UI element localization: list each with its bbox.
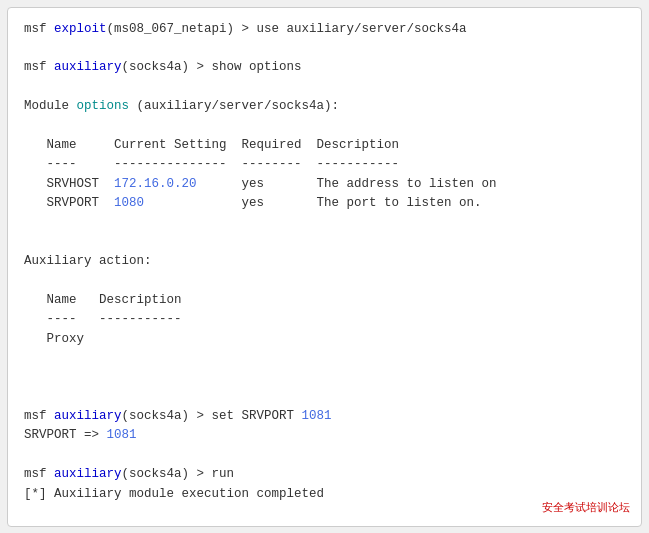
terminal-line: msf exploit(ms08_067_netapi) > use auxil… xyxy=(24,20,625,39)
terminal-line: SRVHOST 172.16.0.20 yes The address to l… xyxy=(24,175,625,194)
terminal-window: msf exploit(ms08_067_netapi) > use auxil… xyxy=(7,7,642,527)
terminal-text-segment: 1081 xyxy=(107,428,137,442)
terminal-text-segment: 172.16.0.20 xyxy=(114,177,197,191)
terminal-text-segment: auxiliary xyxy=(54,60,122,74)
terminal-text-segment: 1081 xyxy=(302,409,332,423)
terminal-text-segment: (socks4a) > show options xyxy=(122,60,302,74)
terminal-line: Proxy xyxy=(24,330,625,349)
terminal-text-segment: yes The port to listen on. xyxy=(144,196,482,210)
terminal-line: [*] Starting the socks4a proxy server xyxy=(24,523,625,526)
terminal-line-empty xyxy=(24,504,625,523)
terminal-line-empty xyxy=(24,116,625,135)
terminal-text-segment: auxiliary xyxy=(54,409,122,423)
terminal-text-segment: 1080 xyxy=(114,196,144,210)
terminal-line: msf auxiliary(socks4a) > show options xyxy=(24,58,625,77)
terminal-line-empty xyxy=(24,213,625,232)
terminal-line: ---- ----------- xyxy=(24,310,625,329)
terminal-line: SRVPORT 1080 yes The port to listen on. xyxy=(24,194,625,213)
terminal-text-segment: SRVPORT xyxy=(24,196,114,210)
terminal-line-empty xyxy=(24,349,625,368)
terminal-content: msf exploit(ms08_067_netapi) > use auxil… xyxy=(24,20,625,527)
terminal-line: msf auxiliary(socks4a) > run xyxy=(24,465,625,484)
terminal-line: Name Description xyxy=(24,291,625,310)
terminal-text-segment: (ms08_067_netapi) > use auxiliary/server… xyxy=(107,22,467,36)
terminal-text-segment: options xyxy=(77,99,130,113)
terminal-line-empty xyxy=(24,388,625,407)
terminal-line-empty xyxy=(24,368,625,387)
terminal-line: Name Current Setting Required Descriptio… xyxy=(24,136,625,155)
terminal-text-segment: Module xyxy=(24,99,77,113)
terminal-line-empty xyxy=(24,78,625,97)
terminal-text-segment: msf xyxy=(24,60,54,74)
terminal-line-empty xyxy=(24,446,625,465)
terminal-text-segment: (socks4a) > run xyxy=(122,467,235,481)
terminal-line: Auxiliary action: xyxy=(24,252,625,271)
watermark: 安全考试培训论坛 xyxy=(539,498,633,517)
terminal-line: Module options (auxiliary/server/socks4a… xyxy=(24,97,625,116)
terminal-text-segment: msf xyxy=(24,409,54,423)
terminal-line: [*] Auxiliary module execution completed xyxy=(24,485,625,504)
terminal-text-segment: (socks4a) > set SRVPORT xyxy=(122,409,302,423)
terminal-line-empty xyxy=(24,233,625,252)
terminal-text-segment: yes The address to listen on xyxy=(197,177,497,191)
terminal-line-empty xyxy=(24,39,625,58)
terminal-line: SRVPORT => 1081 xyxy=(24,426,625,445)
terminal-text-segment: SRVHOST xyxy=(24,177,114,191)
terminal-text-segment: exploit xyxy=(54,22,107,36)
terminal-line: msf auxiliary(socks4a) > set SRVPORT 108… xyxy=(24,407,625,426)
terminal-text-segment: SRVPORT => xyxy=(24,428,107,442)
terminal-text-segment: auxiliary xyxy=(54,467,122,481)
terminal-text-segment: msf xyxy=(24,467,54,481)
terminal-line: ---- --------------- -------- ----------… xyxy=(24,155,625,174)
terminal-line-empty xyxy=(24,271,625,290)
terminal-text-segment: (auxiliary/server/socks4a): xyxy=(129,99,339,113)
terminal-text-segment: msf xyxy=(24,22,54,36)
